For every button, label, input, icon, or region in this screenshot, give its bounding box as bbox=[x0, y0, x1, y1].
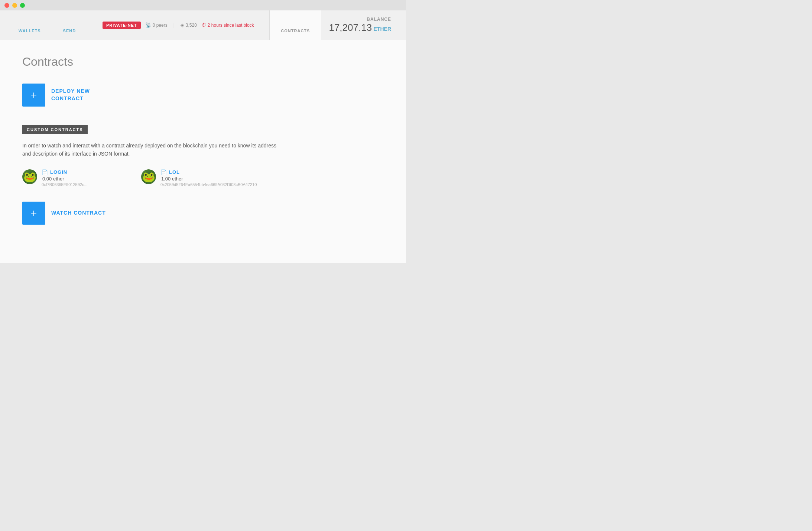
contract-balance-lol: 1.00 ether bbox=[161, 176, 257, 182]
watch-label: WATCH CONTRACT bbox=[51, 209, 106, 217]
balance-section: BALANCE 17,207.13 ETHER bbox=[321, 17, 399, 33]
file-icon-lol: 📄 bbox=[160, 169, 167, 175]
custom-contracts-header: CUSTOM CONTRACTS bbox=[22, 125, 88, 134]
nav-wallets[interactable]: WALLETS bbox=[7, 14, 52, 37]
network-status: PRIVATE-NET 📡 0 peers | ◈ 3,520 ⏱ 2 hour… bbox=[103, 22, 254, 29]
contract-name-lol: LOL bbox=[169, 169, 180, 175]
contracts-list: 📄 LOGIN 0.00 ether 0xf7B06365E9012592c..… bbox=[22, 169, 384, 187]
balance-currency: ETHER bbox=[374, 26, 391, 32]
custom-contracts-description: In order to watch and interact with a co… bbox=[22, 141, 282, 158]
navbar: WALLETS SEND PRIVATE-NET 📡 0 peers | ◈ 3… bbox=[0, 10, 406, 40]
contracts-label: CONTRACTS bbox=[281, 29, 310, 33]
minimize-button[interactable] bbox=[12, 3, 17, 8]
clock-icon: ⏱ bbox=[201, 22, 206, 28]
wifi-icon: 📡 bbox=[145, 22, 151, 28]
contract-balance-login: 0.00 ether bbox=[42, 176, 88, 182]
file-icon-login: 📄 bbox=[42, 169, 48, 175]
watch-contract-button[interactable]: + WATCH CONTRACT bbox=[22, 202, 384, 225]
close-button[interactable] bbox=[4, 3, 9, 8]
blocks-status: ◈ 3,520 bbox=[181, 22, 197, 28]
main-content: Contracts + DEPLOY NEWCONTRACT CUSTOM CO… bbox=[0, 40, 406, 263]
balance-display: 17,207.13 ETHER bbox=[329, 22, 391, 33]
nav-contracts[interactable]: CONTRACTS bbox=[269, 10, 321, 40]
balance-value: 17,207.13 bbox=[329, 22, 372, 33]
maximize-button[interactable] bbox=[20, 3, 25, 8]
network-badge: PRIVATE-NET bbox=[103, 22, 141, 29]
watch-plus-icon: + bbox=[22, 202, 45, 225]
deploy-contract-button[interactable]: + DEPLOY NEWCONTRACT bbox=[22, 84, 384, 107]
deploy-label: DEPLOY NEWCONTRACT bbox=[51, 88, 90, 102]
deploy-plus-icon: + bbox=[22, 84, 45, 107]
nav-send[interactable]: SEND bbox=[52, 14, 87, 37]
contract-name-login: LOGIN bbox=[50, 169, 67, 175]
contract-item-lol[interactable]: 📄 LOL 1.00 ether 0x2059d5264Ea6554bb4ea6… bbox=[141, 169, 257, 187]
contract-address-lol: 0x2059d5264Ea6554bb4ea669A032Df08cB0A472… bbox=[160, 182, 257, 187]
titlebar bbox=[0, 0, 406, 10]
contract-address-login: 0xf7B06365E9012592c... bbox=[42, 182, 88, 187]
custom-contracts-section: CUSTOM CONTRACTS In order to watch and i… bbox=[22, 125, 384, 225]
avatar-lol bbox=[141, 169, 156, 184]
avatar-login bbox=[22, 169, 37, 184]
peers-status: 📡 0 peers bbox=[145, 22, 168, 28]
wallets-label: WALLETS bbox=[19, 29, 41, 33]
layers-icon: ◈ bbox=[181, 22, 184, 28]
contract-info-login: 📄 LOGIN 0.00 ether 0xf7B06365E9012592c..… bbox=[42, 169, 88, 187]
contract-item-login[interactable]: 📄 LOGIN 0.00 ether 0xf7B06365E9012592c..… bbox=[22, 169, 134, 187]
last-block-status: ⏱ 2 hours since last block bbox=[201, 22, 254, 28]
balance-label: BALANCE bbox=[367, 17, 391, 22]
send-label: SEND bbox=[63, 29, 76, 33]
contract-info-lol: 📄 LOL 1.00 ether 0x2059d5264Ea6554bb4ea6… bbox=[160, 169, 257, 187]
page-title: Contracts bbox=[22, 55, 384, 69]
